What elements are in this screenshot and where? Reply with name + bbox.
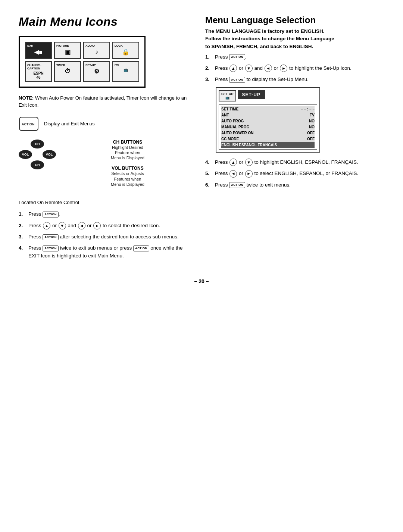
setup-title-bar: SET UP📺 SET-UP bbox=[219, 90, 317, 101]
ch-buttons-title: CH BUTTONS bbox=[65, 140, 190, 145]
tv-icon-picture: PICTURE ▣ bbox=[54, 42, 81, 59]
setup-row-autoprog: AUTO PROG NO bbox=[221, 118, 315, 124]
r5-right-arrow: ► bbox=[245, 170, 253, 178]
right-step-4: 4. Press ▲ or ▼ to highlight ENGLISH, ES… bbox=[205, 159, 384, 166]
action-icon-1: ACTION bbox=[43, 212, 58, 218]
left-step-4: 4. Press ACTION twice to exit sub menus … bbox=[19, 244, 190, 260]
action-icon-4b: ACTION bbox=[133, 245, 149, 251]
right-step-6: 6. Press ACTION twice to exit menus. bbox=[205, 181, 384, 189]
svg-text:ACTION: ACTION bbox=[22, 122, 35, 126]
display-exit-row: ACTION Display and Exit Menus bbox=[19, 116, 190, 131]
vol-buttons-desc: Selects or AdjustsFeatures whenMenu is D… bbox=[65, 171, 190, 187]
tv-icon-timer: TIMER ⏱ bbox=[54, 61, 81, 82]
main-title: Main Menu Icons bbox=[19, 15, 190, 29]
right-action-icon-3: ACTION bbox=[229, 77, 245, 83]
tv-screen-mockup: EXIT ◀■ PICTURE ▣ AUDIO ♪ LOCK 🔒 CHANN bbox=[19, 36, 146, 88]
ch-buttons-desc: Highlight DesiredFeature whenMenu is Dis… bbox=[65, 145, 190, 161]
ch-buttons-label: CH BUTTONS Highlight DesiredFeature when… bbox=[65, 140, 190, 161]
setup-row-settime: SET TIME – – : – – bbox=[221, 106, 315, 112]
right-action-icon-1: ACTION bbox=[229, 54, 245, 60]
left-step-1: 1. Press ACTION. bbox=[19, 210, 190, 218]
page-number: – 20 – bbox=[19, 278, 384, 284]
tv-icon-channel-caption: CHANNELCAPTION ESPN46 bbox=[25, 61, 52, 82]
located-label: Located On Remote Control bbox=[19, 200, 190, 205]
tv-icon-setup: SET-UP ⚙ bbox=[83, 61, 110, 82]
note-text: When Auto Power On feature is activated,… bbox=[19, 95, 187, 108]
setup-row-language: ENGLISH ESPANOL FRANCAIS bbox=[221, 142, 315, 148]
vol-buttons-label: VOL BUTTONS Selects or AdjustsFeatures w… bbox=[65, 166, 190, 187]
tv-icon-lock: LOCK 🔒 bbox=[112, 42, 139, 59]
note-bold: NOTE: bbox=[19, 95, 34, 101]
right-action-icon-6: ACTION bbox=[229, 182, 245, 188]
r4-up-arrow: ▲ bbox=[229, 159, 237, 166]
tv-icon-audio: AUDIO ♪ bbox=[83, 42, 110, 59]
setup-small-icon: SET UP📺 bbox=[219, 90, 236, 101]
r-left-arrow: ◄ bbox=[265, 65, 272, 72]
vol-left-btn: VOL bbox=[19, 150, 32, 159]
right-column: Menu Language Selection The MENU LANGUAG… bbox=[205, 15, 384, 263]
right-step-2: 2. Press ▲ or ▼ and ◄ or ► to highlight … bbox=[205, 65, 384, 72]
left-column: Main Menu Icons EXIT ◀■ PICTURE ▣ AUDIO … bbox=[19, 15, 190, 263]
r-right-arrow: ► bbox=[280, 65, 287, 72]
r-down-arrow: ▼ bbox=[245, 65, 253, 72]
remote-shape-icon: ACTION bbox=[19, 116, 39, 131]
left-arrow-icon: ◄ bbox=[78, 222, 85, 229]
setup-title-box: SET-UP bbox=[238, 90, 265, 99]
r4-down-arrow: ▼ bbox=[245, 159, 253, 166]
tv-icon-exit: EXIT ◀■ bbox=[25, 42, 52, 59]
setup-row-ant: ANT TV bbox=[221, 112, 315, 118]
r-up-arrow: ▲ bbox=[229, 65, 237, 72]
menu-lang-title: Menu Language Selection bbox=[205, 15, 384, 25]
right-step-1: 1. Press ACTION. bbox=[205, 53, 384, 61]
setup-row-autopoweron: AUTO POWER ON OFF bbox=[221, 130, 315, 136]
note-section: NOTE: When Auto Power On feature is acti… bbox=[19, 94, 190, 109]
right-step-5: 5. Press ◄ or ► to select ENGLISH, ESPAÑ… bbox=[205, 170, 384, 177]
vol-buttons-title: VOL BUTTONS bbox=[65, 166, 190, 171]
setup-menu-mockup: SET UP📺 SET-UP SET TIME – – : – – ANT TV… bbox=[216, 87, 320, 153]
button-labels: CH BUTTONS Highlight DesiredFeature when… bbox=[65, 140, 190, 193]
left-step-3: 3. Press ACTION after selecting the desi… bbox=[19, 233, 190, 241]
ch-down-btn: CH bbox=[31, 160, 44, 169]
vol-right-btn: VOL bbox=[43, 150, 56, 159]
left-steps-list: 1. Press ACTION. 2. Press ▲ or ▼ and ◄ o… bbox=[19, 210, 190, 259]
remote-action-icon-wrapper: ACTION bbox=[19, 116, 39, 131]
r5-left-arrow: ◄ bbox=[229, 170, 237, 178]
ch-vol-diagram: CH VOL VOL CH CH BUTTONS Highlight Desir… bbox=[19, 140, 190, 193]
tv-icon-itv: ITV 📺 bbox=[112, 61, 139, 82]
setup-menu-rows: SET TIME – – : – – ANT TV AUTO PROG NO M… bbox=[219, 104, 317, 150]
action-icon-4a: ACTION bbox=[43, 245, 58, 251]
display-exit-label: Display and Exit Menus bbox=[44, 121, 95, 126]
right-steps-list-cont: 4. Press ▲ or ▼ to highlight ENGLISH, ES… bbox=[205, 159, 384, 189]
action-icon-3: ACTION bbox=[43, 234, 58, 240]
setup-row-manualprog: MANUAL PROG NO bbox=[221, 124, 315, 130]
buttons-visual: CH VOL VOL CH bbox=[19, 140, 56, 169]
menu-lang-subtitle: The MENU LANGUAGE is factory set to ENGL… bbox=[205, 28, 384, 50]
right-step-3: 3. Press ACTION to display the Set-Up Me… bbox=[205, 76, 384, 83]
right-steps-list: 1. Press ACTION. 2. Press ▲ or ▼ and ◄ o… bbox=[205, 53, 384, 84]
up-arrow-icon: ▲ bbox=[43, 222, 50, 229]
ch-up-btn: CH bbox=[31, 140, 44, 148]
right-arrow-icon: ► bbox=[93, 222, 101, 229]
left-step-2: 2. Press ▲ or ▼ and ◄ or ► to select the… bbox=[19, 222, 190, 229]
setup-row-ccmode: CC MODE OFF bbox=[221, 136, 315, 142]
down-arrow-icon: ▼ bbox=[59, 222, 66, 229]
tv-icon-grid: EXIT ◀■ PICTURE ▣ AUDIO ♪ LOCK 🔒 CHANN bbox=[25, 42, 139, 82]
